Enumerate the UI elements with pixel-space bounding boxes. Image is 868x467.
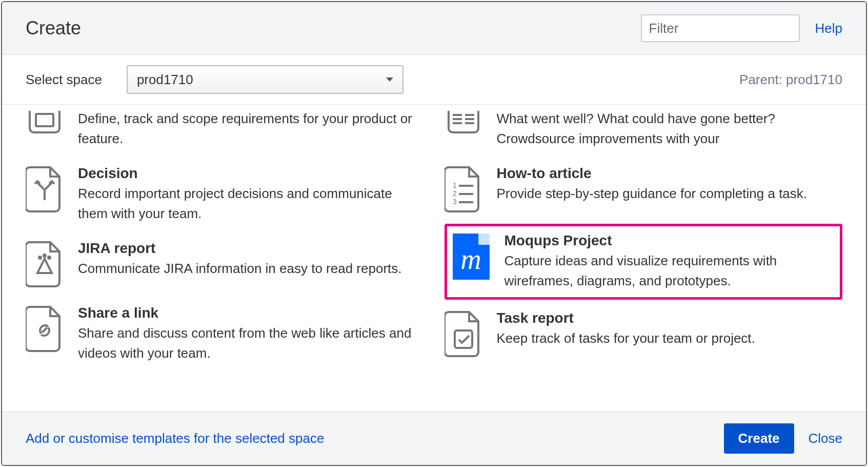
template-column-left: Define, track and scope requirements for… — [26, 105, 424, 412]
space-selector-row: Select space prod1710 Parent: prod1710 — [2, 55, 866, 105]
svg-rect-16 — [455, 330, 472, 348]
template-title: JIRA report — [78, 240, 424, 257]
link-icon — [26, 305, 64, 353]
moqups-icon: m — [452, 232, 490, 281]
template-desc: Capture ideas and visualize requirements… — [504, 251, 832, 291]
svg-point-2 — [44, 255, 46, 257]
space-select[interactable]: prod1710 — [127, 65, 403, 94]
template-title: Moqups Project — [504, 232, 832, 249]
parent-label: Parent: prod1710 — [739, 72, 842, 88]
template-list: Define, track and scope requirements for… — [2, 105, 866, 412]
template-item-moqups[interactable]: m Moqups Project Capture ideas and visua… — [445, 224, 843, 300]
space-selected-value: prod1710 — [137, 72, 193, 88]
template-item[interactable]: What went well? What could have gone bet… — [445, 105, 843, 157]
template-desc: Share and discuss content from the web l… — [78, 323, 424, 363]
svg-rect-0 — [36, 114, 53, 126]
template-desc: Keep track of tasks for your team or pro… — [497, 328, 843, 348]
howto-icon: 123 — [445, 165, 482, 213]
create-button[interactable]: Create — [724, 423, 794, 454]
template-item[interactable]: JIRA report Communicate JIRA information… — [26, 232, 424, 297]
chevron-down-icon — [386, 77, 393, 82]
jira-report-icon — [26, 240, 64, 288]
template-title: How-to article — [497, 165, 843, 182]
help-link[interactable]: Help — [815, 21, 842, 36]
template-item[interactable]: Share a link Share and discuss content f… — [26, 297, 424, 372]
svg-point-1 — [39, 257, 41, 259]
customise-templates-link[interactable]: Add or customise templates for the selec… — [26, 431, 324, 446]
dialog-header: Create Help — [2, 2, 866, 55]
template-title: Task report — [497, 310, 843, 326]
dialog-footer: Add or customise templates for the selec… — [2, 412, 866, 465]
document-icon — [26, 109, 64, 137]
create-dialog: Create Help Select space prod1710 Parent… — [1, 1, 867, 466]
template-desc: What went well? What could have gone bet… — [497, 109, 843, 149]
svg-text:1: 1 — [453, 181, 457, 189]
template-column-right: What went well? What could have gone bet… — [445, 105, 843, 412]
template-item[interactable]: 123 How-to article Provide step-by-step … — [445, 157, 843, 222]
decision-icon — [26, 165, 64, 213]
space-label: Select space — [26, 72, 102, 88]
template-desc: Record important project decisions and c… — [78, 184, 424, 224]
dialog-title: Create — [26, 17, 641, 39]
template-desc: Define, track and scope requirements for… — [78, 109, 424, 149]
template-desc: Provide step-by-step guidance for comple… — [497, 184, 843, 204]
close-button[interactable]: Close — [809, 431, 842, 446]
filter-input[interactable] — [641, 14, 800, 42]
template-title: Share a link — [78, 305, 424, 321]
template-desc: Communicate JIRA information in easy to … — [78, 259, 424, 279]
template-item[interactable]: Task report Keep track of tasks for your… — [445, 302, 843, 366]
template-item[interactable]: Decision Record important project decisi… — [26, 157, 424, 232]
svg-text:2: 2 — [453, 189, 457, 198]
retrospective-icon — [445, 109, 482, 137]
svg-text:3: 3 — [453, 198, 457, 206]
template-item[interactable]: Define, track and scope requirements for… — [26, 105, 424, 157]
template-title: Decision — [78, 165, 424, 182]
svg-point-3 — [48, 257, 50, 259]
task-report-icon — [445, 310, 482, 358]
